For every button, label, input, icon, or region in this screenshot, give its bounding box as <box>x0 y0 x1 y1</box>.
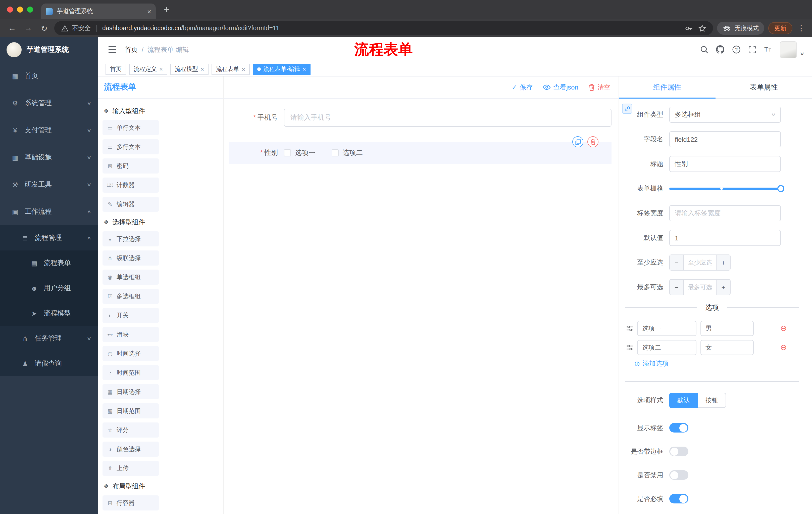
title-input[interactable]: 性别 <box>669 156 781 172</box>
tag-process-model[interactable]: 流程模型× <box>170 64 208 75</box>
form-canvas[interactable]: 手机号 请输入手机号 性别 <box>224 99 618 514</box>
hamburger-icon[interactable] <box>108 46 117 53</box>
palette-item-radio-group[interactable]: ◉单选框组 <box>103 270 159 285</box>
slider-track[interactable] <box>669 187 781 190</box>
palette-item-single-text[interactable]: ▭单行文本 <box>103 120 159 135</box>
canvas-field-gender[interactable]: 性别 选项一 选项二 <box>229 142 611 164</box>
back-button[interactable]: ← <box>6 24 18 33</box>
required-switch[interactable] <box>669 494 688 504</box>
tab-close-icon[interactable]: × <box>147 7 151 15</box>
update-button[interactable]: 更新 <box>768 22 792 34</box>
gender-option2-checkbox[interactable]: 选项二 <box>331 148 363 157</box>
sidebar-item-leave-query[interactable]: ♟ 请假查询 <box>0 351 98 376</box>
palette-item-textarea[interactable]: ☰多行文本 <box>103 139 159 154</box>
close-window-button[interactable] <box>7 6 13 12</box>
form-grid-slider[interactable] <box>669 181 781 197</box>
tag-process-form-edit[interactable]: 流程表单-编辑× <box>253 64 311 75</box>
increase-button[interactable]: + <box>716 280 730 295</box>
option-value-input[interactable]: 男 <box>700 321 754 336</box>
gender-option1-checkbox[interactable]: 选项一 <box>284 148 315 157</box>
palette-item-upload[interactable]: ⇧上传 <box>103 461 159 476</box>
sidebar-item-infrastructure[interactable]: ▥ 基础设施 ∨ <box>0 144 98 171</box>
option-value-input[interactable]: 女 <box>700 340 754 355</box>
style-button-button[interactable]: 按钮 <box>698 393 726 408</box>
fullscreen-icon[interactable] <box>749 46 756 54</box>
style-default-button[interactable]: 默认 <box>669 393 698 408</box>
palette-item-cascader[interactable]: ⋔级联选择 <box>103 250 159 266</box>
palette-item-color-picker[interactable]: ◑颜色选择 <box>103 441 159 457</box>
disabled-switch[interactable] <box>669 470 688 480</box>
reload-button[interactable]: ↻ <box>38 23 50 33</box>
option-name-input[interactable]: 选项二 <box>637 340 696 355</box>
bookmark-star-icon[interactable] <box>698 24 706 32</box>
sidebar-item-devtools[interactable]: ⚒ 研发工具 ∨ <box>0 171 98 198</box>
add-option-button[interactable]: ⊕ 添加选项 <box>634 359 781 368</box>
sidebar-item-system[interactable]: ⚙ 系统管理 ∨ <box>0 89 98 117</box>
palette-item-row-container[interactable]: ⊞行容器 <box>103 495 159 511</box>
minimize-window-button[interactable] <box>17 6 23 12</box>
search-icon[interactable] <box>700 45 709 54</box>
avatar-caret-icon[interactable]: ∨ <box>800 51 805 56</box>
palette-item-rate[interactable]: ☆评分 <box>103 423 159 437</box>
border-switch[interactable] <box>669 447 688 456</box>
sidebar-item-process-model[interactable]: ➤ 流程模型 <box>0 301 98 326</box>
component-type-select[interactable]: 多选框组 ∨ <box>669 107 781 123</box>
github-icon[interactable] <box>716 45 725 54</box>
fullscreen-window-button[interactable] <box>27 6 33 12</box>
palette-item-switch[interactable]: ◐开关 <box>103 308 159 323</box>
forward-button[interactable]: → <box>22 24 34 33</box>
palette-item-password[interactable]: ⊠密码 <box>103 158 159 173</box>
clear-button[interactable]: 清空 <box>588 83 610 92</box>
field-name-input[interactable]: field122 <box>669 131 781 147</box>
decrease-button[interactable]: − <box>670 280 684 295</box>
drag-handle-icon[interactable] <box>626 325 633 331</box>
label-width-input[interactable]: 请输入标签宽度 <box>669 205 781 221</box>
palette-item-time-picker[interactable]: ◷时间选择 <box>103 346 159 361</box>
browser-tab[interactable]: 芋道管理系统 × <box>41 3 156 19</box>
tag-close-icon[interactable]: × <box>201 65 204 73</box>
sidebar-item-home[interactable]: ▦ 首页 <box>0 62 98 89</box>
tab-form-props[interactable]: 表单属性 <box>716 77 812 98</box>
drag-handle-icon[interactable] <box>626 345 633 351</box>
tag-process-definition[interactable]: 流程定义× <box>129 64 167 75</box>
min-select-stepper[interactable]: − 至少应选 + <box>669 254 731 271</box>
palette-item-counter[interactable]: 123计数器 <box>103 178 159 193</box>
tag-close-icon[interactable]: × <box>302 65 306 73</box>
help-icon[interactable]: ? <box>732 45 741 54</box>
canvas-field-phone[interactable]: 手机号 请输入手机号 <box>229 109 611 127</box>
new-tab-button[interactable]: + <box>164 4 169 15</box>
link-icon[interactable] <box>622 104 632 114</box>
checkbox-icon[interactable] <box>284 150 291 156</box>
remove-option-button[interactable]: ⊖ <box>780 324 787 332</box>
address-bar[interactable]: 不安全 dashboard.yudao.iocoder.cn/bpm/manag… <box>54 21 713 35</box>
delete-field-button[interactable] <box>587 136 599 147</box>
palette-item-editor[interactable]: ✎编辑器 <box>103 197 159 212</box>
save-button[interactable]: ✓ 保存 <box>512 83 533 92</box>
sidebar-logo[interactable]: 芋道管理系统 <box>0 37 98 62</box>
duplicate-field-button[interactable] <box>572 136 583 147</box>
palette-item-slider[interactable]: ⊷滑块 <box>103 327 159 342</box>
tag-close-icon[interactable]: × <box>242 65 245 73</box>
checkbox-icon[interactable] <box>331 150 339 156</box>
tag-home[interactable]: 首页 <box>106 64 126 75</box>
sidebar-item-user-group[interactable]: ☻ 用户分组 <box>0 276 98 301</box>
decrease-button[interactable]: − <box>670 255 684 270</box>
show-label-switch[interactable] <box>669 423 688 433</box>
palette-item-checkbox-group[interactable]: ☑多选框组 <box>103 289 159 304</box>
breadcrumb-home[interactable]: 首页 <box>125 45 138 54</box>
tag-close-icon[interactable]: × <box>159 65 163 73</box>
sidebar-item-task-management[interactable]: ⋔ 任务管理 ∨ <box>0 326 98 351</box>
tag-process-form[interactable]: 流程表单× <box>211 64 250 75</box>
palette-item-time-range[interactable]: ◔时间范围 <box>103 365 159 380</box>
user-avatar[interactable] <box>780 41 797 58</box>
font-size-icon[interactable]: TT <box>764 45 773 54</box>
tab-component-props[interactable]: 组件属性 <box>619 77 716 98</box>
remove-option-button[interactable]: ⊖ <box>780 344 787 352</box>
slider-handle[interactable] <box>777 185 784 192</box>
view-json-button[interactable]: 查看json <box>543 83 578 92</box>
palette-item-select[interactable]: ◒下拉选择 <box>103 231 159 246</box>
max-select-stepper[interactable]: − 最多可选 + <box>669 279 731 295</box>
sidebar-item-workflow[interactable]: ▣ 工作流程 ∧ <box>0 198 98 225</box>
sidebar-item-process-form[interactable]: ▤ 流程表单 <box>0 250 98 276</box>
password-key-icon[interactable] <box>685 24 692 32</box>
